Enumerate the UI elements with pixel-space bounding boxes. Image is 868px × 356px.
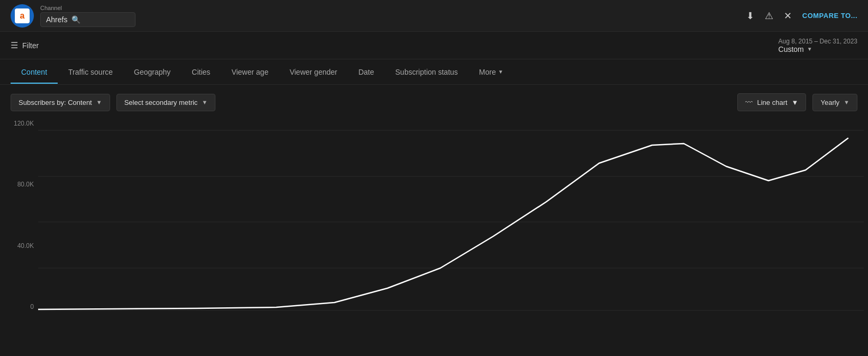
top-bar-left: a Channel Ahrefs 🔍 [11,4,135,28]
channel-info: Channel Ahrefs 🔍 [40,5,135,27]
filter-left: ☰ Filter [11,40,39,50]
logo-circle: a [11,4,34,28]
chart-controls-right: 〰 Line chart ▼ Yearly ▼ [737,93,857,111]
time-period-label: Yearly [820,99,839,106]
logo-icon: a [15,8,30,23]
primary-metric-dropdown[interactable]: Subscribers by: Content ▼ [11,94,110,111]
secondary-metric-label: Select secondary metric [124,99,198,106]
tab-viewer-gender[interactable]: Viewer gender [279,60,348,84]
top-bar: a Channel Ahrefs 🔍 ⬇ ⚠ ✕ COMPARE TO... [0,0,868,32]
compare-to-button[interactable]: COMPARE TO... [802,12,857,20]
chart-controls-left: Subscribers by: Content ▼ Select seconda… [11,94,215,111]
chevron-down-icon: ▼ [807,46,812,52]
primary-metric-chevron-icon: ▼ [96,99,102,105]
primary-metric-label: Subscribers by: Content [19,99,92,106]
more-chevron-icon: ▼ [498,69,503,75]
top-bar-right: ⬇ ⚠ ✕ COMPARE TO... [746,10,857,22]
y-label-40k: 40.0K [11,242,38,250]
chart-controls: Subscribers by: Content ▼ Select seconda… [11,93,857,111]
date-range-info: Aug 8, 2015 – Dec 31, 2023 Custom ▼ [779,38,857,54]
chart-type-dropdown[interactable]: 〰 Line chart ▼ [737,93,806,111]
y-axis-labels: 120.0K 80.0K 40.0K 0 [11,120,38,321]
chart-type-label: Line chart [757,99,787,106]
line-chart-icon: 〰 [745,98,753,106]
chart-svg-container [38,120,857,321]
filter-bar: ☰ Filter Aug 8, 2015 – Dec 31, 2023 Cust… [0,32,868,59]
tab-traffic-source[interactable]: Traffic source [58,60,123,84]
filter-icon: ☰ [11,40,18,50]
tabs-bar: Content Traffic source Geography Cities … [0,59,868,85]
date-range-text: Aug 8, 2015 – Dec 31, 2023 [779,38,857,45]
tab-content[interactable]: Content [11,60,58,84]
channel-label: Channel [40,5,135,11]
tab-more[interactable]: More ▼ [468,60,514,84]
date-preset-dropdown[interactable]: Custom ▼ [779,45,857,54]
chart-line [38,138,848,309]
search-icon[interactable]: 🔍 [71,15,80,24]
y-label-80k: 80.0K [11,181,38,188]
secondary-metric-chevron-icon: ▼ [202,99,207,105]
secondary-metric-dropdown[interactable]: Select secondary metric ▼ [116,94,216,111]
tab-viewer-age[interactable]: Viewer age [221,60,279,84]
chart-area: Subscribers by: Content ▼ Select seconda… [0,85,868,321]
time-period-chevron-icon: ▼ [844,99,849,105]
channel-search-box[interactable]: Ahrefs 🔍 [40,12,135,27]
tab-date[interactable]: Date [348,60,385,84]
y-label-0: 0 [11,303,38,310]
close-icon[interactable]: ✕ [784,10,792,22]
line-chart-svg [38,120,864,321]
date-preset-label: Custom [779,45,804,54]
y-label-120k: 120.0K [11,120,38,127]
tab-subscription-status[interactable]: Subscription status [385,60,468,84]
time-period-dropdown[interactable]: Yearly ▼ [812,94,857,111]
chart-wrapper: 120.0K 80.0K 40.0K 0 [11,120,857,321]
download-icon[interactable]: ⬇ [746,10,754,22]
filter-right: Aug 8, 2015 – Dec 31, 2023 Custom ▼ [779,38,857,54]
tab-cities[interactable]: Cities [181,60,221,84]
chart-type-chevron-icon: ▼ [792,99,799,106]
notification-icon[interactable]: ⚠ [765,10,773,22]
filter-label: Filter [22,41,39,50]
channel-name: Ahrefs [46,15,67,24]
tab-geography[interactable]: Geography [123,60,181,84]
